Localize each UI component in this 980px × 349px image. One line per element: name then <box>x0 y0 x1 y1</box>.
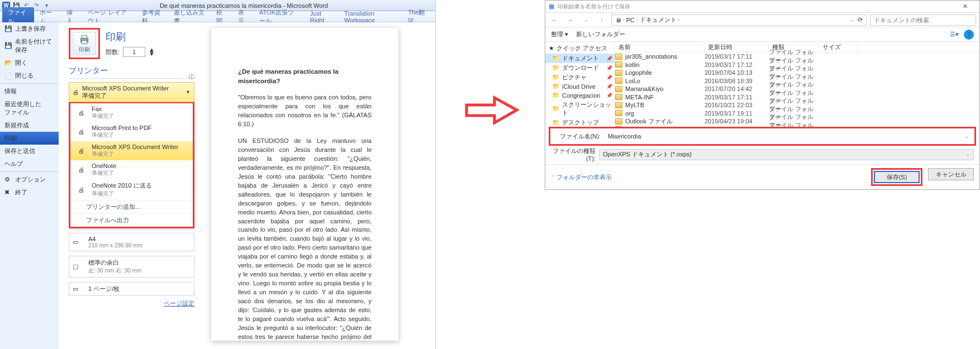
nav-recent-icon[interactable]: ⌄ <box>580 15 592 26</box>
organize-button[interactable]: 整理 ▾ <box>551 30 568 39</box>
printer-option[interactable]: 🖨Fax準備完了 <box>70 103 193 122</box>
sidebar-print[interactable]: 印刷 <box>0 132 59 145</box>
folders-toggle[interactable]: フォルダーの非表示 <box>556 173 612 181</box>
ribbon: ファイル ホーム 挿入 ページ レイアウト 参考資料 差し込み文書 校閲 表示 … <box>0 11 435 22</box>
paper-size[interactable]: ▭ A4210 mm x 296.98 mm <box>69 233 194 251</box>
copies-input[interactable] <box>123 47 145 57</box>
filename-input[interactable] <box>604 131 962 142</box>
filetype-select[interactable]: OpenXPS ドキュメント (*.oxps)⌄ <box>599 149 974 160</box>
sidebar-saveas[interactable]: 💾名前を付けて保存 <box>0 35 59 56</box>
printer-icon <box>78 34 91 46</box>
print-pane: 印刷 印刷 部数: ▲▼ プリンター ⓘ <box>59 22 435 349</box>
backstage-sidebar: 💾上書き保存 💾名前を付けて保存 📂開く 📄閉じる 情報 最近使用した ファイル… <box>0 22 59 349</box>
sidebar-exit[interactable]: ✖終了 <box>0 186 59 199</box>
new-folder-button[interactable]: 新しいフォルダー <box>576 30 625 39</box>
folder-icon <box>615 61 622 68</box>
close-icon[interactable]: ✕ <box>954 3 976 10</box>
printer-selected-name: Microsoft XPS Document Writer <box>82 85 169 92</box>
col-date[interactable]: 更新日時 <box>705 42 769 52</box>
save-button-highlight: 保存(S) <box>871 168 922 186</box>
view-options-icon[interactable]: ☰▾ <box>949 30 959 40</box>
tree-item[interactable]: 📁スクリーンショット <box>545 100 615 118</box>
tree-item[interactable]: 📁ダウンロード📌 <box>545 63 615 73</box>
printer-option[interactable]: 🖨OneNote準備完了 <box>70 160 193 179</box>
nav-up-icon[interactable]: ↑ <box>596 15 608 26</box>
document-preview: ¿De qué maneras practicamos la misericor… <box>211 28 398 341</box>
printer-select[interactable]: 🖨 Microsoft XPS Document Writer 準備完了 ▼ <box>69 82 194 102</box>
tree-item[interactable]: 📁iCloud Drive📌 <box>545 82 615 91</box>
star-icon: ★ <box>549 45 554 52</box>
save-button[interactable]: 保存(S) <box>874 171 920 183</box>
filename-label: ファイル名(N): <box>556 132 601 141</box>
svg-rect-1 <box>82 36 87 39</box>
sidebar-new[interactable]: 新規作成 <box>0 119 59 132</box>
tree-item[interactable]: 📁Congregacion📌 <box>545 91 615 100</box>
filename-highlight: ファイル名(N): ⌄ <box>549 127 976 146</box>
sidebar-info[interactable]: 情報 <box>0 85 59 98</box>
page-setup-link[interactable]: ページ設定 <box>69 296 194 311</box>
col-name[interactable]: 名前 <box>615 42 705 52</box>
printer-icon: 🖨 <box>75 145 87 156</box>
folder-icon: 📁 <box>552 55 560 63</box>
path-dropdown-icon[interactable]: ⌄ <box>850 17 854 22</box>
word-window: W 💾 ↶ ↷ ▾ De qué maneras practicamos la … <box>0 0 436 349</box>
search-input[interactable] <box>870 15 976 26</box>
dialog-toolbar: 整理 ▾ 新しいフォルダー ☰▾ ? <box>545 27 979 42</box>
pages-per-sheet[interactable]: ▭ 1 ページ/枚 <box>69 282 194 296</box>
sheet-icon: ▭ <box>73 285 84 293</box>
printer-icon: 🖨 <box>73 89 79 95</box>
folder-icon <box>615 110 622 116</box>
print-preview: ¿De qué maneras practicamos la misericor… <box>194 28 430 343</box>
printer-icon: 🖨 <box>75 184 87 195</box>
pin-icon: 📌 <box>606 65 612 71</box>
folder-tree: ★クイック アクセス 📁ドキュメント📌📁ダウンロード📌📁ピクチャ📌📁iCloud… <box>545 42 615 127</box>
folder-icon: 📁 <box>552 105 560 113</box>
folder-icon <box>615 86 622 92</box>
doc-para1: UN ESTUDIOSO de la Ley mantuvo una conve… <box>238 137 372 341</box>
tree-quickaccess[interactable]: ★クイック アクセス <box>545 43 615 54</box>
pc-icon: 🖥 <box>615 17 621 23</box>
copies-down-icon[interactable]: ▼ <box>149 52 155 56</box>
pin-icon: 📌 <box>606 84 612 89</box>
sidebar-open[interactable]: 📂開く <box>0 56 59 69</box>
breadcrumb[interactable]: 🖥› PC› ドキュメント› ⌄ ⟳ <box>611 15 867 26</box>
help-icon[interactable]: ? <box>964 30 974 40</box>
print-button-highlight: 印刷 <box>69 28 100 59</box>
svg-rect-2 <box>82 41 87 44</box>
cancel-button[interactable]: キャンセル <box>928 168 974 180</box>
printer-option[interactable]: 🖨OneNote 2010 に送る準備完了 <box>70 179 193 200</box>
sidebar-help[interactable]: ヘルプ <box>0 157 59 170</box>
sidebar-share[interactable]: 保存と送信 <box>0 145 59 157</box>
doc-heading: ¿De qué maneras practicamos la misericor… <box>238 67 372 85</box>
nav-back-icon[interactable]: ← <box>549 15 561 26</box>
tree-item[interactable]: 📁ピクチャ📌 <box>545 73 615 82</box>
print-button[interactable]: 印刷 <box>73 32 96 55</box>
col-size[interactable]: サイズ <box>819 42 858 52</box>
page-icon: ▭ <box>73 238 84 246</box>
dropdown-footer-link[interactable]: ファイルへ出力 <box>70 213 193 227</box>
folder-icon <box>615 102 622 108</box>
sidebar-options[interactable]: ⚙オプション <box>0 173 59 186</box>
printer-dropdown: 🖨Fax準備完了🖨Microsoft Print to PDF準備完了🖨Micr… <box>69 102 194 228</box>
dialog-footer: ⌃ フォルダーの非表示 保存(S) キャンセル <box>545 164 979 189</box>
tree-item[interactable]: 📁デスクトップ <box>545 118 615 127</box>
sidebar-close[interactable]: 📄閉じる <box>0 69 59 82</box>
folder-icon <box>615 94 622 100</box>
folder-icon: 📁 <box>552 64 560 72</box>
pin-icon: 📌 <box>606 56 612 61</box>
folder-icon: 📁 <box>552 92 560 99</box>
printer-option[interactable]: 🖨Microsoft XPS Document Writer準備完了 <box>70 141 193 160</box>
dialog-icon: ▦ <box>549 3 554 10</box>
refresh-icon[interactable]: ⟳ <box>858 16 863 23</box>
tree-item[interactable]: 📁ドキュメント📌 <box>545 54 615 63</box>
filename-dropdown-icon[interactable]: ⌄ <box>965 134 969 139</box>
printer-icon: 🖨 <box>75 126 87 137</box>
printer-option[interactable]: 🖨Microsoft Print to PDF準備完了 <box>70 122 193 141</box>
sidebar-recent[interactable]: 最近使用した ファイル <box>0 98 59 119</box>
dropdown-footer-link[interactable]: プリンターの追加... <box>70 200 193 213</box>
margins-icon: ▢ <box>73 263 84 270</box>
nav-forward-icon[interactable]: → <box>564 15 577 26</box>
folder-icon <box>615 78 622 84</box>
margins[interactable]: ▢ 標準の余白左: 30 mm 右: 30 mm <box>69 256 194 278</box>
sidebar-save[interactable]: 💾上書き保存 <box>0 22 59 35</box>
